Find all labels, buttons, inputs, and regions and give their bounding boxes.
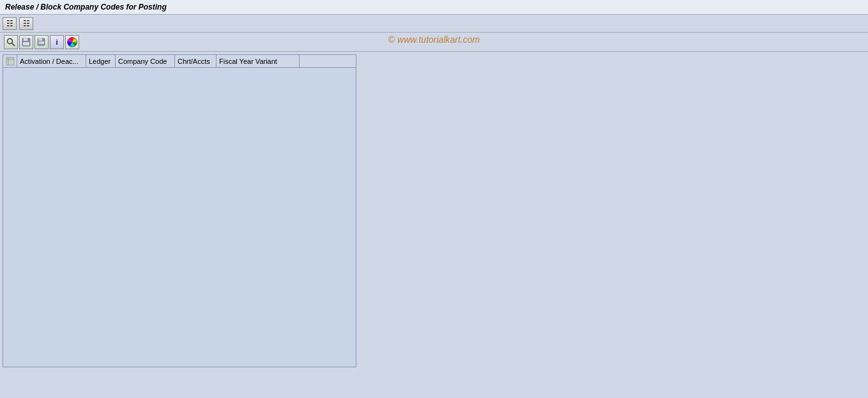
table-header: Activation / Deac... Ledger Company Code… [3,55,356,68]
info-icon: i [56,38,57,46]
svg-rect-7 [38,42,44,44]
svg-rect-9 [6,57,14,65]
menu-button-1[interactable]: ☷ [3,17,17,30]
save-button-2[interactable] [34,35,49,49]
table-row-icon-header [3,55,17,67]
menu-button-2[interactable]: ☷ [19,17,33,30]
color-settings-button[interactable] [65,35,79,49]
save-copy-icon [37,38,46,47]
find-button[interactable] [4,35,18,49]
svg-rect-4 [23,42,29,45]
info-button[interactable]: i [50,35,64,49]
svg-point-0 [8,38,13,43]
search-icon [6,38,15,47]
table-header-icon [6,57,15,66]
menu-bar: ☷ ☷ © www.tutorialkart.com [0,15,868,33]
svg-line-1 [12,43,15,46]
col-header-chrt-accts: Chrt/Accts [175,55,217,67]
col-header-ledger: Ledger [86,55,116,67]
main-content: Activation / Deac... Ledger Company Code… [0,52,868,395]
save-button-1[interactable] [19,35,33,49]
col-header-fiscal-year: Fiscal Year Variant [217,55,300,67]
save-icon [22,38,31,47]
data-table: Activation / Deac... Ledger Company Code… [3,54,356,367]
color-wheel-icon [67,37,77,47]
menu-icon-1: ☷ [6,19,13,28]
menu-icon-2: ☷ [23,19,30,28]
svg-rect-3 [24,38,27,41]
col-header-company-code: Company Code [116,55,175,67]
icon-toolbar: i [0,33,868,52]
page-title: Release / Block Company Codes for Postin… [5,3,167,11]
title-bar: Release / Block Company Codes for Postin… [0,0,868,15]
col-header-activation: Activation / Deac... [17,55,86,67]
